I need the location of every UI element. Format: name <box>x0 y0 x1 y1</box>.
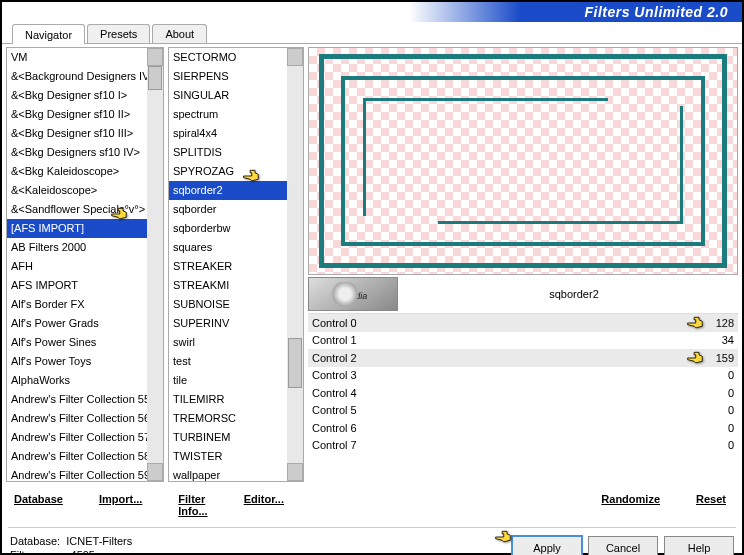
filter-item[interactable]: spiral4x4 <box>169 124 287 143</box>
randomize-button[interactable]: Randomize <box>597 491 664 519</box>
separator <box>8 527 736 528</box>
control-slider[interactable] <box>376 316 702 330</box>
database-button[interactable]: Database <box>10 491 67 519</box>
apply-button[interactable]: Apply <box>512 536 582 555</box>
group-item[interactable]: Andrew's Filter Collection 59 <box>7 466 147 481</box>
group-item[interactable]: Alf's Power Grads <box>7 314 147 333</box>
control-slider[interactable] <box>376 421 702 435</box>
group-item[interactable]: AFS IMPORT <box>7 276 147 295</box>
control-value: 0 <box>706 404 734 416</box>
filter-item[interactable]: SECTORMO <box>169 48 287 67</box>
filter-item[interactable]: TURBINEM <box>169 428 287 447</box>
control-value: 0 <box>706 439 734 451</box>
group-item[interactable]: &<Bkg Designer sf10 II> <box>7 105 147 124</box>
filter-item[interactable]: SINGULAR <box>169 86 287 105</box>
filters-scroll-thumb[interactable] <box>288 338 302 388</box>
filter-item[interactable]: sqborderbw <box>169 219 287 238</box>
filter-info-button[interactable]: Filter Info... <box>174 491 211 519</box>
preview-panel <box>308 47 738 275</box>
control-row: Control 2159 <box>308 349 738 367</box>
control-row: Control 30 <box>308 367 738 385</box>
group-item[interactable]: Alf's Power Sines <box>7 333 147 352</box>
status-info: Database: ICNET-Filters Filters: 4595 <box>10 534 506 555</box>
control-label: Control 5 <box>312 404 372 416</box>
filter-item[interactable]: sqborder <box>169 200 287 219</box>
editor-button[interactable]: Editor... <box>240 491 288 519</box>
control-slider[interactable] <box>376 368 702 382</box>
control-value: 128 <box>706 317 734 329</box>
control-value: 34 <box>706 334 734 346</box>
control-slider[interactable] <box>376 386 702 400</box>
control-label: Control 3 <box>312 369 372 381</box>
group-item[interactable]: &<Bkg Designers sf10 IV> <box>7 143 147 162</box>
filter-item[interactable]: swirl <box>169 333 287 352</box>
control-slider[interactable] <box>376 438 702 452</box>
filter-item[interactable]: wallpaper <box>169 466 287 481</box>
control-label: Control 0 <box>312 317 372 329</box>
author-logo: claudia <box>308 277 398 311</box>
group-item[interactable]: Andrew's Filter Collection 56 <box>7 409 147 428</box>
control-slider[interactable] <box>376 333 702 347</box>
tabstrip: Navigator Presets About <box>2 22 742 44</box>
control-slider[interactable] <box>376 351 702 365</box>
cancel-button[interactable]: Cancel <box>588 536 658 555</box>
import-button[interactable]: Import... <box>95 491 146 519</box>
filter-item[interactable]: sqborder2 <box>169 181 287 200</box>
group-item[interactable]: &<Bkg Designer sf10 III> <box>7 124 147 143</box>
filter-item[interactable]: spectrum <box>169 105 287 124</box>
control-label: Control 7 <box>312 439 372 451</box>
control-row: Control 0128 <box>308 314 738 332</box>
group-item[interactable]: &<Bkg Designer sf10 I> <box>7 86 147 105</box>
tab-about[interactable]: About <box>152 24 207 43</box>
group-item[interactable]: AlphaWorks <box>7 371 147 390</box>
group-item[interactable]: Andrew's Filter Collection 58 <box>7 447 147 466</box>
group-item[interactable]: Andrew's Filter Collection 55 <box>7 390 147 409</box>
group-item[interactable]: [AFS IMPORT] <box>7 219 147 238</box>
group-item[interactable]: AB Filters 2000 <box>7 238 147 257</box>
filter-item[interactable]: tile <box>169 371 287 390</box>
filters-scrollbar[interactable] <box>287 48 303 481</box>
control-row: Control 40 <box>308 384 738 402</box>
control-label: Control 1 <box>312 334 372 346</box>
group-item[interactable]: Andrew's Filter Collection 57 <box>7 428 147 447</box>
filters-listbox[interactable]: SECTORMOSIERPENSSINGULARspectrumspiral4x… <box>168 47 304 482</box>
control-label: Control 4 <box>312 387 372 399</box>
control-row: Control 70 <box>308 437 738 455</box>
group-item[interactable]: Alf's Border FX <box>7 295 147 314</box>
filter-item[interactable]: squares <box>169 238 287 257</box>
group-item[interactable]: &<Kaleidoscope> <box>7 181 147 200</box>
filter-item[interactable]: STREAKMI <box>169 276 287 295</box>
control-label: Control 2 <box>312 352 372 364</box>
tab-presets[interactable]: Presets <box>87 24 150 43</box>
control-value: 0 <box>706 369 734 381</box>
group-item[interactable]: &<Bkg Kaleidoscope> <box>7 162 147 181</box>
filter-item[interactable]: SUBNOISE <box>169 295 287 314</box>
groups-scrollbar[interactable] <box>147 48 163 481</box>
filter-name-label: sqborder2 <box>410 288 738 300</box>
title-bar: Filters Unlimited 2.0 <box>2 2 742 22</box>
filter-item[interactable]: TREMORSC <box>169 409 287 428</box>
group-item[interactable]: AFH <box>7 257 147 276</box>
reset-button[interactable]: Reset <box>692 491 730 519</box>
help-button[interactable]: Help <box>664 536 734 555</box>
control-value: 0 <box>706 422 734 434</box>
group-item[interactable]: &<Background Designers IV> <box>7 67 147 86</box>
filter-item[interactable]: SIERPENS <box>169 67 287 86</box>
group-item[interactable]: Alf's Power Toys <box>7 352 147 371</box>
filter-item[interactable]: TWISTER <box>169 447 287 466</box>
app-title: Filters Unlimited 2.0 <box>584 4 728 20</box>
controls-panel: Control 0128Control 134Control 2159Contr… <box>308 313 738 482</box>
groups-listbox[interactable]: VM&<Background Designers IV>&<Bkg Design… <box>6 47 164 482</box>
filter-item[interactable]: TILEMIRR <box>169 390 287 409</box>
groups-scroll-thumb[interactable] <box>148 66 162 90</box>
group-item[interactable]: VM <box>7 48 147 67</box>
filter-item[interactable]: SPLITDIS <box>169 143 287 162</box>
filter-item[interactable]: SPYROZAG <box>169 162 287 181</box>
tab-navigator[interactable]: Navigator <box>12 24 85 44</box>
control-slider[interactable] <box>376 403 702 417</box>
filter-item[interactable]: STREAKER <box>169 257 287 276</box>
filter-item[interactable]: test <box>169 352 287 371</box>
group-item[interactable]: &<Sandflower Specials°v°> <box>7 200 147 219</box>
filter-item[interactable]: SUPERINV <box>169 314 287 333</box>
control-label: Control 6 <box>312 422 372 434</box>
